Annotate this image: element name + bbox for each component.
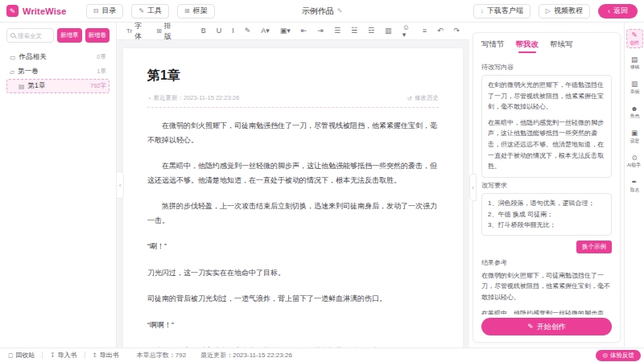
tab-help-rewrite[interactable]: 帮我改 xyxy=(516,39,539,53)
rail-item-icon: ☻ xyxy=(631,105,638,113)
rail-item-label: 取名 xyxy=(630,187,639,193)
rail-item-ai-assistant[interactable]: ⊙ AI助手 xyxy=(626,152,643,171)
rewrite-content-textarea[interactable]: 在剑的微弱火光的照耀下，午德勉强挡住了一刀，尽管视线被阻挡，他紧紧握住宝剑，毫不… xyxy=(481,75,612,178)
add-chapter-button[interactable]: 新增章 xyxy=(57,28,82,43)
rail-item-outline[interactable]: ▥ 章纲 xyxy=(626,78,643,97)
tools-button[interactable]: ✎ 工具 xyxy=(131,4,169,19)
rail-item-icon: ✎ xyxy=(631,31,637,39)
rail-item-icon: ✒ xyxy=(631,179,637,186)
rail-item-create[interactable]: ✎ 创作 xyxy=(626,29,643,48)
layout-menu-label: 排版 xyxy=(164,21,179,42)
font-color-icon[interactable]: A▾ xyxy=(261,27,270,35)
export-book-button[interactable]: ↥ 导出书 xyxy=(93,351,119,360)
back-button[interactable]: ‹ 返回 xyxy=(598,4,638,19)
chapter-body[interactable]: 在微弱的剑火照耀下，司徒南勉强挡住了一刀，尽管视线被阻挡，他紧紧握住宝剑，毫不敢… xyxy=(147,119,439,348)
logo-icon: ✎ xyxy=(6,5,19,17)
italic-icon[interactable]: I xyxy=(232,27,234,35)
editor-page[interactable]: 第1章 ◔ 最近更新：2023-11-15 22:23:26 ↺ 修改历史 xyxy=(123,48,463,348)
font-menu-button[interactable]: Tr 字体 xyxy=(126,21,149,42)
sidebar-collapse-handle[interactable]: ‹ xyxy=(117,171,124,199)
tree-item-volume1[interactable]: ▱ 第一卷 1章 xyxy=(6,64,109,79)
tab-write-plot[interactable]: 写情节 xyxy=(481,39,505,53)
action-button-label: 下载客户端 xyxy=(487,6,523,16)
indent-decrease-icon[interactable]: ⇤ xyxy=(301,27,308,35)
rail-item-label: AI助手 xyxy=(627,162,641,168)
change-example-button[interactable]: 换个示例 xyxy=(576,241,612,253)
nav-button-icon: ✎ xyxy=(138,7,144,14)
tree-item-icon: ▱ xyxy=(10,68,14,76)
highlight-icon[interactable]: ✎ xyxy=(245,27,251,35)
requirements-label: 改写要求 xyxy=(481,181,612,190)
rail-item-character[interactable]: ☻ 角色 xyxy=(626,103,643,122)
emoji-icon[interactable]: ☺▾ xyxy=(402,24,412,39)
rail-item-icon: ⊙ xyxy=(631,154,637,162)
panel-tabs: 写情节帮我改帮续写 xyxy=(481,39,612,53)
catalog-button[interactable]: ⊟ 目录 xyxy=(86,4,124,19)
top-bar: ✎ WriteWise ⊟ 目录 ✎ 工具 ⊞ 框架 xyxy=(0,0,644,23)
top-actions: ↓ 下载客户端 ▷ 视频教程 ‹ 返回 xyxy=(473,4,638,19)
layout-icon: ⊞ xyxy=(156,27,162,35)
frame-button[interactable]: ⊞ 框架 xyxy=(177,4,215,19)
search-input[interactable] xyxy=(18,32,50,39)
chapter-paragraph: 在黑暗中，他隐约感觉到一丝轻微的脚步声，这让他勉强能够抵挡一些突然的袭击，但这还… xyxy=(147,159,439,187)
add-volume-button[interactable]: 新增卷 xyxy=(85,28,110,43)
clock-icon: ◔ xyxy=(147,95,151,102)
align-center-icon[interactable]: ☱ xyxy=(351,27,357,35)
start-writing-label: 开始创作 xyxy=(537,322,566,332)
rewrite-paragraph: 在黑暗中，他隐约感觉到一丝轻微的脚步声，这让他勉强能够抵挡一些突然的袭击，但这还… xyxy=(488,117,605,172)
panel-collapse-handle[interactable]: › xyxy=(469,174,477,201)
editor-toolbar: Tr 字体 ⊞ 排版 B U I ✎ xyxy=(117,23,469,40)
tree-item-works[interactable]: ▭ 作品相关 0章 xyxy=(6,50,109,64)
recycle-bin-button[interactable]: ◻ 回收站 xyxy=(8,351,35,360)
divider xyxy=(85,352,85,359)
rail-item-label: 角色 xyxy=(630,113,639,119)
search-box[interactable] xyxy=(6,28,54,43)
align-left-icon[interactable]: ☰ xyxy=(334,27,341,35)
layout-menu-button[interactable]: ⊞ 排版 xyxy=(156,21,179,42)
tree-item-chapter1[interactable]: ▤ 第1章 792字 xyxy=(6,79,109,93)
back-arrow-icon: ‹ xyxy=(608,7,610,15)
editor-scroll-area[interactable]: 第1章 ◔ 最近更新：2023-11-15 22:23:26 ↺ 修改历史 xyxy=(117,40,469,348)
tree-item-count: 1章 xyxy=(97,68,106,76)
tab-help-continue[interactable]: 帮续写 xyxy=(550,39,573,53)
bold-icon[interactable]: B xyxy=(201,27,206,35)
rail-item-icon: ▣ xyxy=(631,130,638,137)
nav-button-icon: ⊞ xyxy=(184,7,190,14)
table-icon[interactable]: ▥ xyxy=(385,27,392,35)
rail-item-naming[interactable]: ✒ 取名 xyxy=(626,176,643,195)
chapter-paragraph: 司徒南的背后被刀光划过，一道气浪炸，背上留下了一道鲜血淋漓的伤口。 xyxy=(147,292,439,306)
chapter-paragraph: 煞拼的步伐轻盈，上一次攻击结束后立刻切换，迅速来到司徒南身后，发动了一次强力一击… xyxy=(147,200,439,228)
rewrite-paragraph: 在剑的微弱火光的照耀下，午德勉强挡住了一刀，尽管视线被阻挡，他紧紧握住宝剑，毫不… xyxy=(488,80,605,113)
start-writing-button[interactable]: ✎ 开始创作 xyxy=(481,318,612,335)
indent-increase-icon[interactable]: ⇥ xyxy=(317,27,324,35)
image-icon[interactable]: ▣▾ xyxy=(280,27,291,35)
edit-title-icon[interactable]: ✎ xyxy=(337,7,343,14)
chapter-paragraph: “啊啊！” xyxy=(147,319,439,333)
result-reference-text[interactable]: 在微弱的剑火照耀下，司徒南勉强挡住了一刀，尽管视线被阻挡，他紧紧握住宝剑，毫不敢… xyxy=(481,270,612,315)
requirements-textarea[interactable]: 1、润色段落，语句优美，逻辑合理；2、午德 换成 司徒南；3、打斗桥段华丽无比； xyxy=(481,193,612,236)
underline-icon[interactable]: U xyxy=(217,27,222,35)
rail-item-revise[interactable]: ▤ 修稿 xyxy=(626,54,643,73)
redo-icon[interactable]: ↷ xyxy=(453,27,460,35)
requirement-line: 1、润色段落，语句优美，逻辑合理； xyxy=(488,198,605,209)
align-right-icon[interactable]: ☲ xyxy=(368,27,374,35)
feedback-button[interactable]: ◎ 体验反馈 xyxy=(596,350,641,361)
video-tutorial-button[interactable]: ▷ 视频教程 xyxy=(539,4,590,19)
download-client-button[interactable]: ↓ 下载客户端 xyxy=(473,4,530,19)
divider xyxy=(42,352,43,359)
nav-button-icon: ⊟ xyxy=(93,7,99,14)
undo-icon[interactable]: ↶ xyxy=(437,27,444,35)
revision-history-link[interactable]: ↺ 修改历史 xyxy=(407,94,439,102)
import-icon: ↧ xyxy=(50,352,55,359)
action-button-icon: ↓ xyxy=(481,7,484,14)
divider-icon[interactable]: ≡ xyxy=(423,27,427,35)
rail-item-icon: ▤ xyxy=(631,56,638,64)
action-button-icon: ▷ xyxy=(546,7,551,14)
start-pen-icon: ✎ xyxy=(527,323,534,331)
rail-item-label: 修稿 xyxy=(630,64,639,70)
rail-item-label: 创作 xyxy=(630,39,639,46)
chapter-sidebar: 新增章 新增卷 ▭ 作品相关 0章 ▱ 第一卷 1章 xyxy=(0,23,117,348)
import-book-button[interactable]: ↧ 导入书 xyxy=(50,351,76,360)
rail-item-setting[interactable]: ▣ 设定 xyxy=(626,127,643,146)
result-paragraph: 在微弱的剑火照耀下，司徒南勉强挡住了一刀，尽管视线被阻挡，他紧紧握住宝剑，毫不敢… xyxy=(481,270,612,303)
